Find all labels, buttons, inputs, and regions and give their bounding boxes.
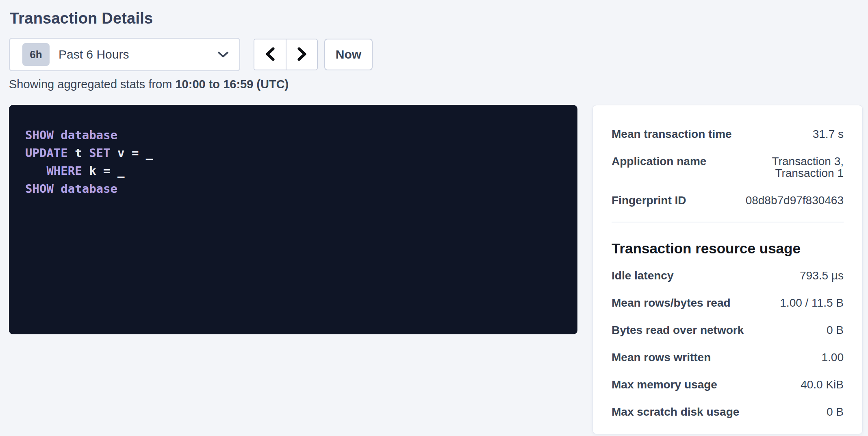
next-range-button[interactable] — [286, 39, 317, 70]
sql-line: UPDATE t SET v = _ — [25, 144, 561, 162]
stat-value: 793.5 µs — [800, 270, 844, 281]
stat-value: 40.0 KiB — [801, 379, 844, 390]
transaction-sql-fingerprint-box: SHOW database UPDATE t SET v = _ WHERE k… — [9, 105, 577, 334]
chevron-down-icon — [217, 51, 229, 58]
aggregated-stats-note-prefix: Showing aggregated stats from — [9, 78, 175, 91]
card-divider — [612, 222, 844, 222]
stat-label: Application name — [612, 155, 706, 167]
stat-label: Bytes read over network — [612, 324, 744, 336]
stat-label: Mean rows written — [612, 351, 711, 363]
stat-value: 1.00 — [822, 351, 844, 363]
chevron-left-icon — [263, 46, 277, 63]
stat-value: 0 B — [827, 324, 844, 336]
chevron-right-icon — [295, 46, 309, 63]
main-content: SHOW database UPDATE t SET v = _ WHERE k… — [9, 105, 868, 434]
stat-value: 31.7 s — [813, 128, 844, 140]
stat-row-max-memory-usage: Max memory usage 40.0 KiB — [612, 379, 844, 390]
stat-row-max-scratch-disk-usage: Max scratch disk usage 0 B — [612, 406, 844, 418]
sql-line: SHOW database — [25, 180, 561, 198]
now-button[interactable]: Now — [324, 39, 373, 70]
stat-row-idle-latency: Idle latency 793.5 µs — [612, 270, 844, 281]
time-pager — [254, 39, 318, 70]
transaction-details-page: Transaction Details 6h Past 6 Hours — [0, 0, 868, 436]
time-toolbar: 6h Past 6 Hours — [9, 38, 868, 71]
time-range-selected-label: Past 6 Hours — [59, 48, 129, 61]
sql-line: WHERE k = _ — [25, 162, 561, 180]
stat-label: Max scratch disk usage — [612, 406, 739, 418]
stat-value: 0 B — [827, 406, 844, 418]
stat-value: 08d8b7d97f830463 — [746, 194, 844, 206]
page-title: Transaction Details — [10, 10, 868, 27]
stat-label: Mean transaction time — [612, 128, 732, 140]
previous-range-button[interactable] — [254, 39, 286, 70]
time-range-badge: 6h — [22, 43, 50, 66]
stat-row-fingerprint-id: Fingerprint ID 08d8b7d97f830463 — [612, 194, 844, 206]
stat-label: Mean rows/bytes read — [612, 297, 731, 309]
stat-row-bytes-read-over-network: Bytes read over network 0 B — [612, 324, 844, 336]
sql-line: SHOW database — [25, 126, 561, 144]
stat-row-mean-transaction-time: Mean transaction time 31.7 s — [612, 128, 844, 140]
stat-value: 1.00 / 11.5 B — [780, 297, 844, 309]
aggregated-stats-note-range: 10:00 to 16:59 (UTC) — [175, 78, 289, 91]
stat-label: Idle latency — [612, 270, 674, 281]
resource-usage-heading: Transaction resource usage — [612, 240, 844, 257]
stat-value: Transaction 3, Transaction 1 — [714, 155, 844, 179]
stat-row-mean-rows-written: Mean rows written 1.00 — [612, 351, 844, 363]
aggregated-stats-note: Showing aggregated stats from 10:00 to 1… — [9, 78, 868, 91]
transaction-summary-card: Mean transaction time 31.7 s Application… — [592, 105, 863, 434]
stat-label: Max memory usage — [612, 379, 717, 390]
stat-row-mean-rows-bytes-read: Mean rows/bytes read 1.00 / 11.5 B — [612, 297, 844, 309]
stat-row-application-name: Application name Transaction 3, Transact… — [612, 155, 844, 179]
stat-label: Fingerprint ID — [612, 194, 686, 206]
time-range-select[interactable]: 6h Past 6 Hours — [9, 38, 240, 71]
